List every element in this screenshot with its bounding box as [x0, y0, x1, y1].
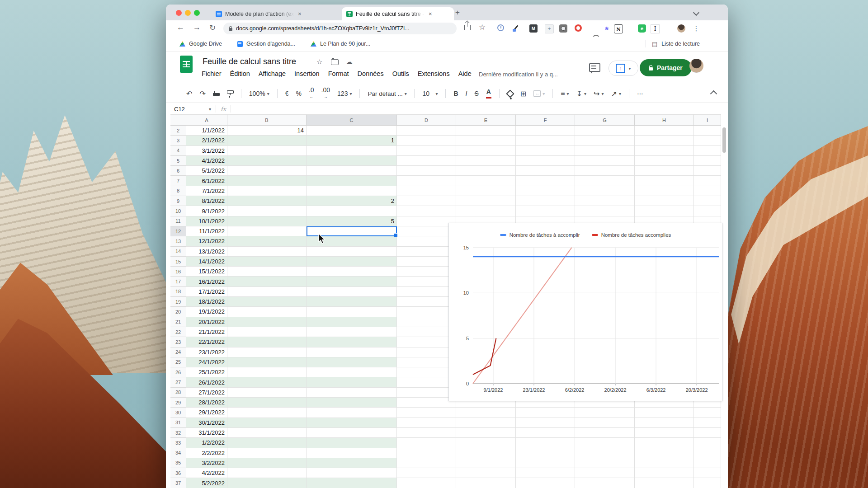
- formula-input[interactable]: [236, 103, 728, 115]
- cell-F8[interactable]: [516, 186, 575, 196]
- row-header-22[interactable]: 22: [170, 327, 186, 337]
- cell-D31[interactable]: [397, 418, 456, 428]
- cell-C19[interactable]: [307, 297, 397, 307]
- cell-F9[interactable]: [516, 196, 575, 206]
- row-header-15[interactable]: 15: [170, 257, 186, 267]
- row-header-32[interactable]: 32: [170, 428, 186, 438]
- cell-D10[interactable]: [397, 206, 456, 216]
- grid-corner[interactable]: [170, 114, 186, 126]
- cell-H5[interactable]: [635, 156, 694, 166]
- cell-B24[interactable]: [227, 347, 307, 357]
- row-header-33[interactable]: 33: [170, 438, 186, 448]
- cell-D25[interactable]: [397, 357, 456, 367]
- cloud-status-icon[interactable]: ☁: [346, 58, 353, 66]
- cell-I33[interactable]: [694, 438, 721, 448]
- cell-C36[interactable]: [307, 468, 397, 478]
- cell-D19[interactable]: [397, 297, 456, 307]
- share-page-icon[interactable]: [464, 25, 471, 30]
- cell-D5[interactable]: [397, 156, 456, 166]
- row-header-37[interactable]: 37: [170, 478, 186, 488]
- merge-cells-icon[interactable]: ↔▾: [533, 90, 545, 97]
- presentation-pill-button[interactable]: ↑ ▾: [609, 61, 638, 76]
- more-tools-icon[interactable]: ⋯: [637, 90, 643, 97]
- menu-extensions[interactable]: Extensions: [418, 70, 450, 77]
- cell-D30[interactable]: [397, 408, 456, 418]
- cell-B6[interactable]: [227, 166, 307, 176]
- cell-C35[interactable]: [307, 458, 397, 468]
- cell-B27[interactable]: [227, 377, 307, 387]
- cell-D9[interactable]: [397, 196, 456, 206]
- cell-C32[interactable]: [307, 428, 397, 438]
- menu-outils[interactable]: Outils: [392, 70, 409, 77]
- row-header-8[interactable]: 8: [170, 186, 186, 196]
- cell-D36[interactable]: [397, 468, 456, 478]
- vertical-align-icon[interactable]: ↧▾: [576, 89, 586, 98]
- column-header-A[interactable]: A: [186, 114, 227, 126]
- cell-I4[interactable]: [694, 146, 721, 156]
- cell-H9[interactable]: [635, 196, 694, 206]
- row-header-9[interactable]: 9: [170, 196, 186, 206]
- notion-icon[interactable]: [614, 24, 623, 33]
- cell-D4[interactable]: [397, 146, 456, 156]
- row-header-27[interactable]: 27: [170, 377, 186, 387]
- star-document-icon[interactable]: ☆: [316, 58, 322, 66]
- cell-A34[interactable]: 2/2/2022: [186, 448, 227, 458]
- cell-B9[interactable]: [227, 196, 307, 206]
- row-header-21[interactable]: 21: [170, 317, 186, 327]
- cell-I30[interactable]: [694, 408, 721, 418]
- close-tab-icon[interactable]: ×: [428, 10, 433, 17]
- cell-I35[interactable]: [694, 458, 721, 468]
- cell-E37[interactable]: [456, 478, 516, 488]
- cell-B2[interactable]: 14: [227, 126, 307, 136]
- row-header-5[interactable]: 5: [170, 156, 186, 166]
- font-size-select[interactable]: 10▾: [422, 90, 438, 97]
- cell-B16[interactable]: [227, 267, 307, 277]
- cell-A12[interactable]: 11/1/2022: [186, 226, 227, 236]
- cell-B3[interactable]: [227, 136, 307, 145]
- row-header-28[interactable]: 28: [170, 388, 186, 398]
- row-header-12[interactable]: 12: [170, 226, 186, 236]
- reading-list[interactable]: ▤ Liste de lecture: [646, 37, 700, 51]
- cell-A30[interactable]: 29/1/2022: [186, 408, 227, 418]
- cell-D24[interactable]: [397, 347, 456, 357]
- menu-aide[interactable]: Aide: [458, 70, 472, 77]
- cell-I5[interactable]: [694, 156, 721, 166]
- cell-I6[interactable]: [694, 166, 721, 176]
- cell-I8[interactable]: [694, 186, 721, 196]
- cell-A25[interactable]: 24/1/2022: [186, 357, 227, 367]
- cell-I31[interactable]: [694, 418, 721, 428]
- cell-H37[interactable]: [635, 478, 694, 488]
- menu-dition[interactable]: Édition: [230, 70, 250, 77]
- move-to-folder-icon[interactable]: [331, 59, 339, 65]
- cell-D13[interactable]: [397, 236, 456, 246]
- cell-D32[interactable]: [397, 428, 456, 438]
- cell-F31[interactable]: [516, 418, 575, 428]
- cell-B34[interactable]: [227, 448, 307, 458]
- cell-C22[interactable]: [307, 327, 397, 337]
- cell-H8[interactable]: [635, 186, 694, 196]
- cell-D15[interactable]: [397, 257, 456, 267]
- forward-icon[interactable]: →: [193, 23, 201, 32]
- clock-icon[interactable]: [497, 24, 504, 31]
- cell-G5[interactable]: [575, 156, 635, 166]
- cell-A14[interactable]: 13/1/2022: [186, 247, 227, 257]
- cell-E9[interactable]: [456, 196, 516, 206]
- scrollbar-thumb[interactable]: [722, 127, 726, 153]
- cell-G4[interactable]: [575, 146, 635, 156]
- column-header-F[interactable]: F: [516, 114, 575, 126]
- cell-A6[interactable]: 5/1/2022: [186, 166, 227, 176]
- cell-G8[interactable]: [575, 186, 635, 196]
- cell-G33[interactable]: [575, 438, 635, 448]
- cell-G7[interactable]: [575, 176, 635, 186]
- cell-G6[interactable]: [575, 166, 635, 176]
- cell-C2[interactable]: [307, 126, 397, 136]
- cell-C14[interactable]: [307, 247, 397, 257]
- cell-A9[interactable]: 8/1/2022: [186, 196, 227, 206]
- cell-A24[interactable]: 23/1/2022: [186, 347, 227, 357]
- cell-F10[interactable]: [516, 206, 575, 216]
- cell-B17[interactable]: [227, 277, 307, 286]
- cell-D26[interactable]: [397, 367, 456, 377]
- cell-A29[interactable]: 28/1/2022: [186, 398, 227, 408]
- cell-D17[interactable]: [397, 277, 456, 286]
- cell-A22[interactable]: 21/1/2022: [186, 327, 227, 337]
